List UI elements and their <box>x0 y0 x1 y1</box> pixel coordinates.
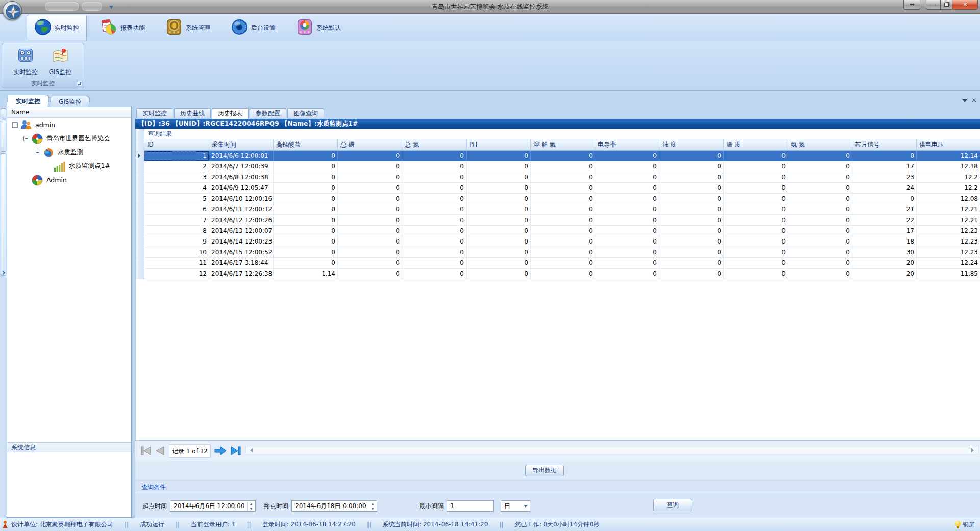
doc-tab-2[interactable]: GIS监控 <box>50 96 91 107</box>
ribbon-tab-row: 实时监控报表功能系统管理后台设置系统默认 <box>0 14 980 41</box>
column-header-4[interactable]: 总 磷 <box>338 139 402 151</box>
doc-tab-1[interactable]: 实时监控 <box>6 95 50 107</box>
report-tab-2[interactable]: 历史曲线 <box>174 108 211 118</box>
table-row[interactable]: 112014/6/17 3:18:440000000002012.24 <box>136 258 980 269</box>
tree-items: −admin−青岛市世界园艺博览会−水质监测水质监测点1#Admin <box>7 118 131 187</box>
ribbon-tab-2[interactable]: 报表功能 <box>93 15 152 40</box>
status-item-5: 系统当前时间: 2014-06-18 14:41:20 <box>382 520 488 529</box>
table-cell: 7 <box>144 215 209 226</box>
start-time-input[interactable]: 2014年6月6日 12:00:00 ▲▼ <box>170 500 256 512</box>
spin-down-icon[interactable]: ▼ <box>248 506 255 511</box>
column-header-8[interactable]: 电导率 <box>595 139 659 151</box>
interval-unit-select[interactable]: 日 <box>501 500 530 512</box>
export-data-button[interactable]: 导出数据 <box>525 465 564 476</box>
query-button[interactable]: 查询 <box>653 499 692 511</box>
column-header-3[interactable]: 高锰酸盐 <box>274 139 338 151</box>
tree-item-1[interactable]: −admin <box>7 118 131 132</box>
tree-item-3[interactable]: −水质监测 <box>7 146 131 159</box>
table-row[interactable]: 62014/6/11 12:00:120000000002112.21 <box>136 204 980 215</box>
last-record-button[interactable] <box>228 445 243 457</box>
table-cell: 0 <box>788 151 852 161</box>
status-items: 设计单位: 北京聚英翱翔电子有限公司||成功运行||当前登录用户: 1||登录时… <box>11 520 599 529</box>
report-tab-3[interactable]: 历史报表 <box>212 108 249 119</box>
column-header-2[interactable]: 采集时间 <box>209 139 274 151</box>
table-row[interactable]: 32014/6/8 12:00:380000000002312.2 <box>136 172 980 183</box>
ribbon-button-gis[interactable]: GIS监控 <box>44 45 76 78</box>
table-cell: 11.85 <box>917 269 980 279</box>
ribbon-tab-5[interactable]: 系统默认 <box>289 15 348 40</box>
column-header-6[interactable]: PH <box>467 139 531 151</box>
table-row[interactable]: 52014/6/10 12:00:16000000000012.08 <box>136 194 980 204</box>
table-cell: 0 <box>659 215 724 226</box>
table-cell: 0 <box>531 172 595 183</box>
row-indicator-cell <box>136 183 144 194</box>
table-row[interactable]: 92014/6/14 12:00:230000000001812.23 <box>136 236 980 247</box>
minimize-button[interactable]: — <box>926 0 941 10</box>
spin-down-icon[interactable]: ▼ <box>369 506 376 511</box>
tree-expander-icon[interactable]: − <box>23 136 29 141</box>
earth-icon <box>34 18 52 37</box>
table-cell: 0 <box>402 226 467 236</box>
column-header-12[interactable]: 芯片信号 <box>852 139 917 151</box>
left-collapse-strip[interactable] <box>0 107 7 518</box>
ribbon-tab-4[interactable]: 后台设置 <box>224 15 283 40</box>
end-time-input[interactable]: 2014年6月18日 0:00:00 ▲▼ <box>291 500 377 512</box>
column-header-7[interactable]: 溶 解 氧 <box>531 139 595 151</box>
horizontal-scrollbar[interactable] <box>245 446 979 454</box>
table-cell: 8 <box>144 226 209 236</box>
tree-expander-icon[interactable]: − <box>12 122 18 128</box>
dialog-launcher-icon[interactable] <box>77 81 82 86</box>
column-header-1[interactable]: ID <box>144 139 209 151</box>
table-cell: 0 <box>724 236 788 247</box>
tab-list-dropdown-icon[interactable] <box>962 99 967 105</box>
scroll-right-icon[interactable] <box>971 448 976 453</box>
restore-button[interactable] <box>941 0 952 10</box>
column-header-10[interactable]: 温 度 <box>724 139 788 151</box>
report-tab-5[interactable]: 图像查询 <box>287 108 324 118</box>
last-record-icon <box>229 445 242 457</box>
column-header-9[interactable]: 浊 度 <box>659 139 724 151</box>
column-header-5[interactable]: 总 氮 <box>402 139 467 151</box>
scroll-left-icon[interactable] <box>248 448 253 453</box>
table-row[interactable]: 102014/6/15 12:00:520000000003012.23 <box>136 247 980 258</box>
spin-up-icon[interactable]: ▲ <box>248 501 255 506</box>
compass-icon <box>5 4 21 20</box>
resize-button[interactable]: ↔ <box>903 0 920 10</box>
table-cell: 11 <box>144 258 209 269</box>
spinner[interactable]: ▲▼ <box>369 501 376 511</box>
ribbon-tab-1[interactable]: 实时监控 <box>27 15 87 40</box>
ribbon-tab-3[interactable]: 系统管理 <box>158 15 217 40</box>
report-tab-1[interactable]: 实时监控 <box>136 108 173 118</box>
table-row[interactable]: 122014/6/17 12:26:381.14000000002011.85 <box>136 269 980 279</box>
tree-item-5[interactable]: Admin <box>7 173 131 187</box>
column-header-13[interactable]: 供电电压 <box>917 139 980 151</box>
table-row[interactable]: 42014/6/9 12:05:470000000002412.2 <box>136 183 980 194</box>
table-cell: 2014/6/6 12:00:01 <box>209 151 274 161</box>
report-tab-4[interactable]: 参数配置 <box>250 108 286 118</box>
table-cell: 0 <box>338 258 402 269</box>
tree-item-2[interactable]: −青岛市世界园艺博览会 <box>7 132 131 146</box>
table-cell: 0 <box>724 269 788 279</box>
table-cell: 0 <box>659 151 724 161</box>
tree-expander-icon[interactable]: − <box>35 150 40 155</box>
previous-record-button[interactable] <box>153 445 168 457</box>
first-record-button[interactable] <box>138 445 154 457</box>
status-separator: || <box>499 521 503 528</box>
system-info-bar[interactable]: 系统信息 <box>7 442 131 452</box>
tree-item-4[interactable]: 水质监测点1# <box>7 159 131 173</box>
spinner[interactable]: ▲▼ <box>247 501 255 511</box>
ribbon-button-realtime[interactable]: 实时监控 <box>10 45 41 78</box>
close-button[interactable]: × <box>952 0 978 10</box>
tab-close-icon[interactable]: × <box>971 96 977 105</box>
next-record-button[interactable] <box>213 445 228 457</box>
table-row[interactable]: 12014/6/6 12:00:01000000000012.14 <box>136 151 980 161</box>
ribbon-group-buttons: 实时监控GIS监控 <box>2 43 84 78</box>
lock-screen-button[interactable]: 锁屏 <box>963 520 980 529</box>
app-menu-orb[interactable] <box>3 1 22 20</box>
table-row[interactable]: 82014/6/13 12:00:070000000001712.23 <box>136 226 980 236</box>
spin-up-icon[interactable]: ▲ <box>369 501 376 506</box>
table-row[interactable]: 72014/6/12 12:00:260000000002212.21 <box>136 215 980 226</box>
min-interval-input[interactable]: 1 <box>447 500 494 512</box>
column-header-11[interactable]: 氨 氮 <box>788 139 852 151</box>
table-row[interactable]: 22014/6/7 12:00:390000000001712.18 <box>136 161 980 172</box>
